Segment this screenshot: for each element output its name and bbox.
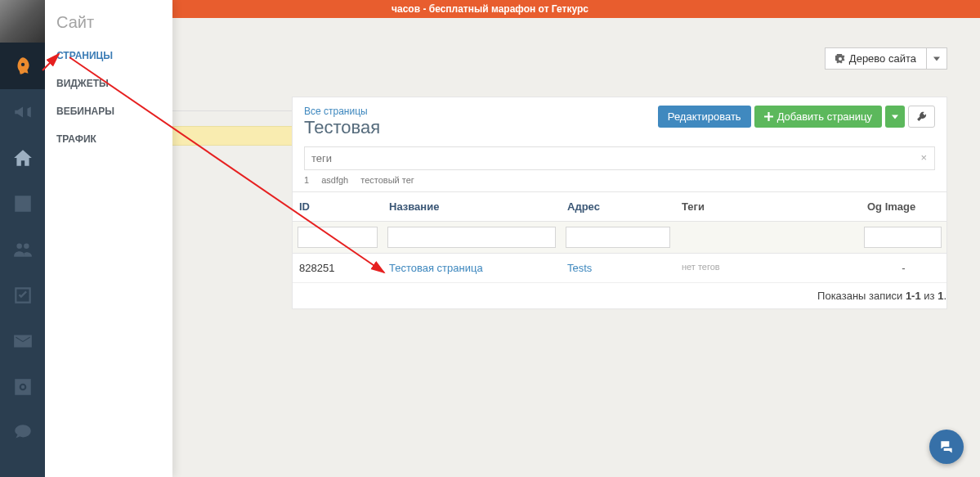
flyout-traffic[interactable]: ТРАФИК bbox=[45, 125, 172, 153]
edit-button[interactable]: Редактировать bbox=[658, 106, 751, 128]
add-page-button[interactable]: Добавить страницу bbox=[754, 106, 882, 128]
cell-addr[interactable]: Tests bbox=[561, 262, 675, 274]
tag-chip-3[interactable]: тестовый тег bbox=[360, 175, 414, 185]
check-icon bbox=[12, 285, 34, 306]
nav-megaphone[interactable] bbox=[0, 89, 45, 135]
avatar[interactable] bbox=[0, 0, 45, 43]
chat-bubbles-icon bbox=[938, 439, 955, 455]
cell-id: 828251 bbox=[293, 262, 383, 274]
nav-settings[interactable] bbox=[0, 364, 45, 410]
add-page-label: Добавить страницу bbox=[777, 110, 872, 123]
filter-row bbox=[293, 222, 946, 254]
chat-fab[interactable] bbox=[929, 430, 964, 464]
nav-chart[interactable] bbox=[0, 181, 45, 227]
nav-home[interactable] bbox=[0, 135, 45, 181]
flyout-pages[interactable]: СТРАНИЦЫ bbox=[45, 42, 172, 70]
flyout-widgets[interactable]: ВИДЖЕТЫ bbox=[45, 70, 172, 97]
nav-users[interactable] bbox=[0, 227, 45, 272]
filter-og[interactable] bbox=[864, 227, 942, 248]
col-og[interactable]: Og Image bbox=[861, 192, 946, 221]
flyout-menu: Сайт СТРАНИЦЫ ВИДЖЕТЫ ВЕБИНАРЫ ТРАФИК bbox=[45, 0, 172, 477]
tree-button-group: Дерево сайта bbox=[825, 47, 947, 70]
table-row[interactable]: 828251 Тестовая страница Tests нет тегов… bbox=[293, 254, 946, 283]
chat-icon bbox=[12, 422, 34, 443]
users-icon bbox=[12, 239, 34, 260]
content-panel: Все страницы Тестовая Редактировать Доба… bbox=[292, 97, 947, 309]
tag-chip-1[interactable]: 1 bbox=[304, 175, 309, 185]
nav-chat[interactable] bbox=[0, 410, 45, 456]
clear-tags[interactable]: × bbox=[920, 151, 927, 164]
nav-rocket[interactable] bbox=[0, 43, 45, 89]
grid-summary: Показаны записи 1-1 из 1. bbox=[293, 283, 946, 308]
gear-box-icon bbox=[12, 376, 34, 398]
grid-header: ID Название Адрес Теги Og Image bbox=[293, 191, 946, 222]
col-tags[interactable]: Теги bbox=[675, 192, 861, 221]
tag-chips: 1 asdfgh тестовый тег bbox=[304, 170, 935, 185]
home-icon bbox=[12, 147, 34, 169]
caret-down-icon bbox=[933, 56, 940, 62]
mail-icon bbox=[12, 331, 34, 352]
add-page-caret[interactable] bbox=[885, 106, 905, 128]
caret-down-icon bbox=[892, 114, 898, 120]
megaphone-icon bbox=[12, 101, 34, 123]
tree-caret[interactable] bbox=[927, 47, 947, 70]
tag-chip-2[interactable]: asdfgh bbox=[321, 175, 348, 185]
filter-addr[interactable] bbox=[566, 227, 670, 248]
brand-text: .ru bbox=[78, 18, 947, 56]
flyout-webinars[interactable]: ВЕБИНАРЫ bbox=[45, 97, 172, 125]
tree-button[interactable]: Дерево сайта bbox=[825, 47, 927, 70]
icon-rail bbox=[0, 0, 45, 477]
cell-name[interactable]: Тестовая страница bbox=[383, 262, 561, 274]
tree-button-label: Дерево сайта bbox=[849, 52, 916, 65]
panel-head: Все страницы Тестовая Редактировать Доба… bbox=[293, 97, 946, 146]
nav-mail[interactable] bbox=[0, 318, 45, 364]
plus-icon bbox=[764, 112, 773, 121]
col-name[interactable]: Название bbox=[383, 192, 561, 221]
col-id[interactable]: ID bbox=[293, 192, 383, 221]
filter-name[interactable] bbox=[387, 227, 556, 248]
chart-icon bbox=[12, 193, 34, 214]
nav-check[interactable] bbox=[0, 272, 45, 318]
flyout-title: Сайт bbox=[45, 0, 172, 42]
gear-icon bbox=[835, 54, 845, 64]
wrench-icon bbox=[916, 111, 927, 122]
page-title: е сайтом bbox=[78, 56, 947, 85]
filter-id[interactable] bbox=[298, 227, 378, 248]
tags-row: × 1 asdfgh тестовый тег bbox=[293, 146, 946, 191]
cell-tags: нет тегов bbox=[675, 262, 861, 274]
col-addr[interactable]: Адрес bbox=[561, 192, 675, 221]
tags-input[interactable] bbox=[304, 146, 935, 170]
wrench-button[interactable] bbox=[908, 106, 935, 128]
cell-og: - bbox=[861, 262, 946, 274]
rocket-icon bbox=[12, 56, 34, 77]
